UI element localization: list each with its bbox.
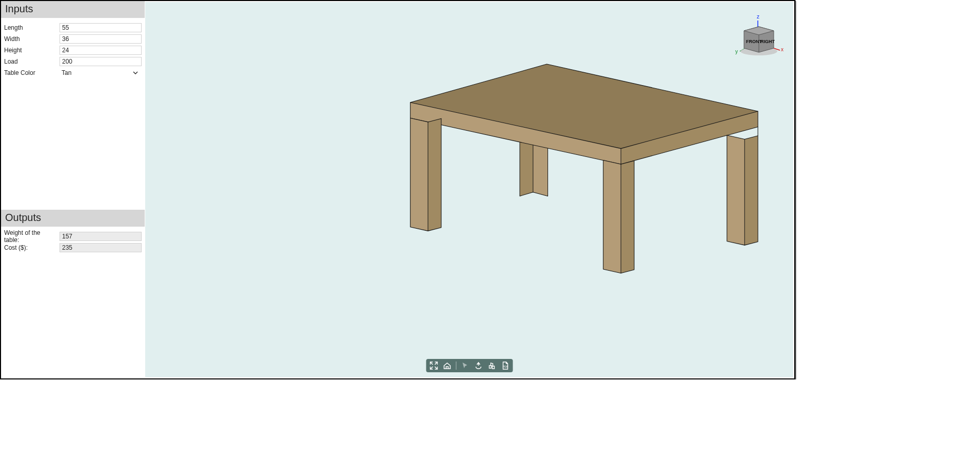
front-left-leg — [410, 118, 441, 231]
inputs-panel-title: Inputs — [1, 1, 145, 18]
input-label: Height — [3, 47, 56, 54]
select-value: Tan — [62, 69, 71, 76]
viewport-toolbar: PDF — [426, 359, 513, 372]
output-row-cost: Cost ($): — [3, 242, 142, 253]
svg-marker-7 — [603, 160, 621, 273]
cost-output — [60, 243, 142, 252]
input-label: Load — [3, 58, 56, 65]
input-row-color: Table Color Tan — [3, 67, 142, 78]
sidebar: Inputs Length Width Height Load — [1, 1, 145, 378]
output-label: Cost ($): — [3, 244, 56, 251]
outputs-panel: Outputs Weight of the table: Cost ($): — [1, 210, 145, 378]
output-label: Weight of the table: — [3, 229, 56, 244]
viewcube-right-label[interactable]: RIGHT — [760, 39, 775, 44]
input-row-height: Height — [3, 45, 142, 56]
weight-output — [60, 232, 142, 241]
fullscreen-icon — [429, 361, 438, 370]
inputs-panel: Inputs Length Width Height Load — [1, 1, 145, 81]
input-row-width: Width — [3, 33, 142, 45]
table-3d-model: .edge{stroke:#111;stroke-width:1.1;strok… — [145, 2, 793, 377]
width-input[interactable] — [60, 34, 142, 44]
svg-marker-10 — [744, 136, 758, 245]
fullscreen-button[interactable] — [429, 361, 438, 370]
svg-marker-9 — [727, 135, 744, 245]
input-label: Width — [3, 35, 56, 43]
front-right-leg — [603, 160, 634, 273]
section-icon — [487, 361, 496, 370]
home-button[interactable] — [442, 361, 452, 370]
output-row-weight: Weight of the table: — [3, 231, 142, 242]
svg-marker-8 — [621, 161, 634, 273]
outputs-list: Weight of the table: Cost ($): — [1, 227, 145, 255]
inputs-list: Length Width Height Load Table Color — [1, 18, 145, 81]
svg-marker-5 — [410, 118, 428, 231]
chevron-down-icon — [132, 70, 139, 76]
select-button — [460, 361, 469, 370]
axis-y-label: y — [735, 49, 738, 54]
back-right-leg — [727, 127, 758, 246]
input-label: Length — [3, 24, 56, 31]
app-window: Inputs Length Width Height Load — [0, 0, 795, 379]
axis-z-label: z — [757, 14, 759, 19]
table-top — [410, 64, 758, 164]
cursor-icon — [461, 361, 469, 370]
sidebar-spacer — [1, 81, 145, 210]
outputs-bottom-space — [1, 255, 145, 378]
input-label: Table Color — [3, 69, 56, 76]
viewcube[interactable]: z x y FRONT RIGHT — [734, 11, 784, 62]
axis-x-label: x — [781, 47, 783, 52]
viewcube-front-label[interactable]: FRONT — [746, 39, 762, 44]
input-row-load: Load — [3, 56, 142, 67]
svg-text:PDF: PDF — [502, 365, 508, 368]
viewport-3d[interactable]: .edge{stroke:#111;stroke-width:1.1;strok… — [145, 2, 793, 377]
svg-marker-6 — [428, 118, 441, 231]
home-icon — [443, 361, 451, 370]
outputs-panel-title: Outputs — [1, 210, 145, 227]
input-row-length: Length — [3, 22, 142, 33]
push-button[interactable] — [474, 361, 483, 370]
pdf-icon: PDF — [501, 361, 509, 370]
table-color-select[interactable]: Tan — [60, 68, 142, 78]
section-button[interactable] — [487, 361, 496, 370]
push-icon — [474, 361, 482, 370]
toolbar-separator — [456, 361, 456, 370]
length-input[interactable] — [60, 23, 142, 32]
load-input[interactable] — [60, 57, 142, 66]
height-input[interactable] — [60, 46, 142, 55]
pdf-button[interactable]: PDF — [500, 361, 509, 370]
